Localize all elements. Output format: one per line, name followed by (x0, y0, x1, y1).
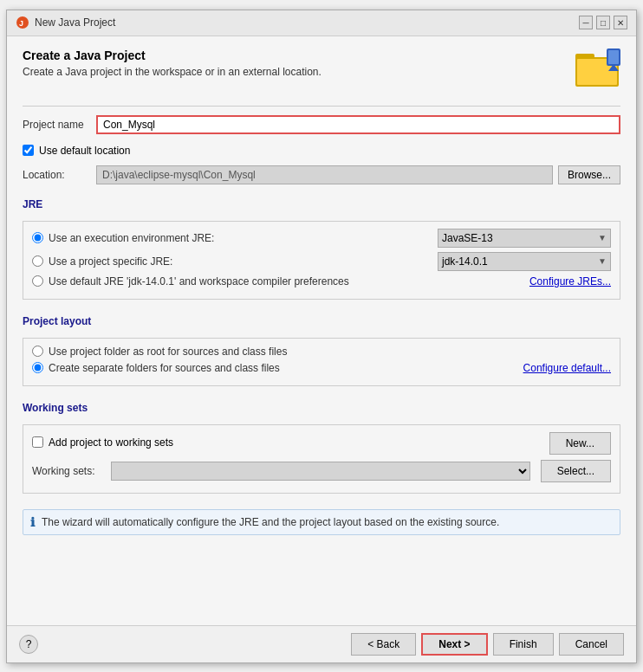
add-working-sets-checkbox[interactable] (32, 436, 43, 448)
project-layout-section-title: Project layout (23, 315, 620, 327)
dialog-title: Create a Java Project (23, 48, 575, 62)
cancel-button[interactable]: Cancel (559, 633, 624, 656)
jre-dropdown1[interactable]: JavaSE-13 ▼ (438, 229, 611, 248)
title-bar: J New Java Project ─ □ ✕ (7, 10, 636, 36)
window-title: New Java Project (35, 16, 115, 29)
browse-button[interactable]: Browse... (558, 165, 620, 184)
working-sets-section-title: Working sets (23, 402, 620, 414)
info-box: ℹ The wizard will automatically configur… (23, 509, 620, 535)
location-input (96, 165, 553, 184)
jre-section: Use an execution environment JRE: JavaSE… (23, 221, 620, 300)
project-name-input[interactable] (96, 115, 620, 134)
select-button[interactable]: Select... (541, 460, 611, 482)
header-section: Create a Java Project Create a Java proj… (23, 48, 620, 94)
maximize-button[interactable]: □ (596, 16, 610, 29)
jre-radio3-label: Use default JRE 'jdk-14.0.1' and workspa… (49, 275, 529, 288)
working-sets-dropdown[interactable] (111, 462, 530, 481)
jre-dropdown2[interactable]: jdk-14.0.1 ▼ (438, 252, 611, 271)
layout-radio1-label: Use project folder as root for sources a… (49, 346, 611, 358)
configure-jres-link[interactable]: Configure JREs... (529, 275, 611, 288)
add-working-sets-row: Add project to working sets (32, 436, 173, 449)
use-default-location-row: Use default location (23, 145, 620, 157)
header-divider (23, 106, 620, 107)
bottom-bar: ? < Back Next > Finish Cancel (7, 625, 636, 662)
info-message: The wizard will automatically configure … (42, 516, 499, 528)
working-sets-section: Add project to working sets New... Worki… (23, 424, 620, 494)
layout-radio1[interactable] (32, 346, 43, 357)
jre-radio2[interactable] (32, 255, 43, 267)
folder-icon (575, 48, 620, 87)
dialog-buttons: < Back Next > Finish Cancel (351, 633, 624, 656)
dialog-subtitle: Create a Java project in the workspace o… (23, 66, 575, 78)
project-name-row: Project name (23, 115, 620, 134)
jre-section-title: JRE (23, 198, 620, 210)
use-default-location-label: Use default location (39, 145, 130, 157)
project-name-label: Project name (23, 119, 96, 131)
jre-dropdown1-arrow: ▼ (598, 233, 607, 242)
use-default-location-checkbox[interactable] (23, 145, 34, 156)
layout-radio2-label: Create separate folders for sources and … (49, 362, 523, 374)
header-text: Create a Java Project Create a Java proj… (23, 48, 575, 78)
finish-button[interactable]: Finish (493, 633, 554, 656)
location-row: Location: Browse... (23, 165, 620, 184)
new-button[interactable]: New... (549, 432, 611, 455)
jre-dropdown2-arrow: ▼ (598, 256, 607, 266)
java-icon: J (16, 16, 29, 29)
next-button[interactable]: Next > (421, 633, 487, 656)
jre-radio2-label: Use a project specific JRE: (49, 255, 438, 268)
title-bar-left: J New Java Project (16, 16, 115, 29)
info-icon: ℹ (30, 515, 35, 529)
svg-text:J: J (19, 19, 23, 28)
working-sets-label: Working sets: (32, 465, 106, 477)
content-area: Create a Java Project Create a Java proj… (7, 36, 636, 625)
layout-radio2-row: Create separate folders for sources and … (32, 362, 611, 374)
svg-rect-6 (608, 50, 619, 64)
layout-radio1-row: Use project folder as root for sources a… (32, 346, 611, 358)
jre-radio3[interactable] (32, 275, 43, 287)
configure-default-link[interactable]: Configure default... (523, 362, 611, 374)
help-button[interactable]: ? (19, 635, 38, 654)
back-button[interactable]: < Back (351, 633, 416, 656)
title-bar-controls: ─ □ ✕ (579, 16, 627, 29)
minimize-button[interactable]: ─ (579, 16, 593, 29)
project-layout-section: Use project folder as root for sources a… (23, 338, 620, 386)
location-label: Location: (23, 169, 96, 181)
jre-radio2-row: Use a project specific JRE: jdk-14.0.1 ▼ (32, 252, 611, 271)
add-working-sets-label: Add project to working sets (49, 436, 173, 449)
jre-radio1[interactable] (32, 232, 43, 243)
header-icon-area (575, 48, 620, 94)
jre-dropdown1-value: JavaSE-13 (442, 232, 493, 244)
close-button[interactable]: ✕ (614, 16, 627, 29)
main-window: J New Java Project ─ □ ✕ Create a Java P… (6, 10, 637, 663)
jre-dropdown2-value: jdk-14.0.1 (442, 255, 488, 268)
jre-radio1-row: Use an execution environment JRE: JavaSE… (32, 229, 611, 248)
jre-radio1-label: Use an execution environment JRE: (49, 232, 438, 244)
working-sets-field-row: Working sets: Select... (32, 460, 611, 482)
jre-radio3-row: Use default JRE 'jdk-14.0.1' and workspa… (32, 275, 611, 288)
layout-radio2[interactable] (32, 362, 43, 373)
